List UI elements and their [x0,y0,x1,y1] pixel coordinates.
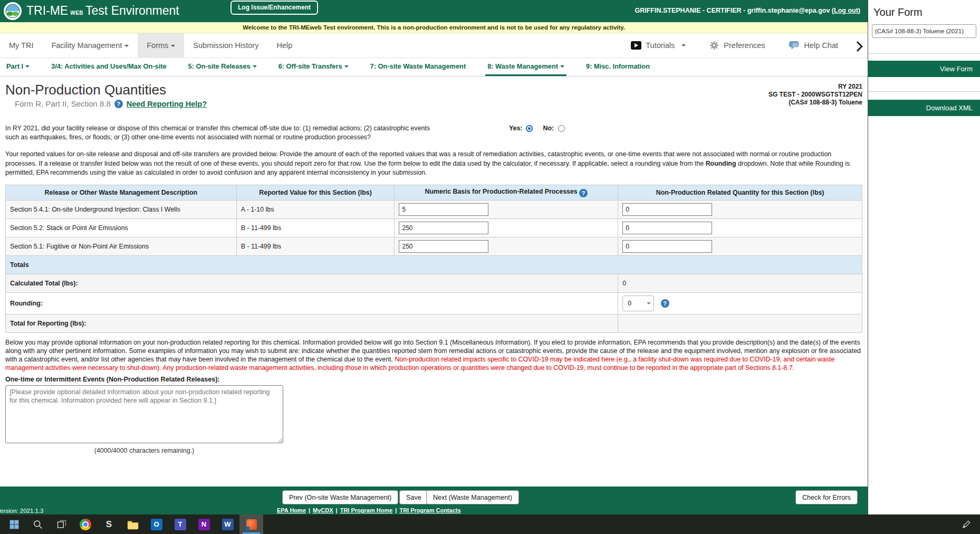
divider [868,53,980,54]
help-question-icon[interactable]: ? [579,189,588,197]
form-select[interactable]: (CAS# 108-88-3) Toluene (2021) [872,24,976,38]
chevron-down-icon [25,65,30,68]
start-icon[interactable] [2,514,26,534]
nav-submission-history[interactable]: Submission History [184,33,267,58]
view-form-button[interactable]: View Form [868,61,980,77]
mycdx-link[interactable]: MyCDX [313,507,333,513]
main-area: TRI-MEWEBTest Environment Log Issue/Enha… [0,0,868,514]
numeric-basis-input[interactable] [399,203,488,216]
table-row: Section 5.4.1: On-site Underground Injec… [6,200,862,218]
help-question-icon[interactable]: ? [114,100,123,108]
chrome-icon[interactable] [73,514,97,534]
totals-header-row: Totals [6,255,862,274]
total-for-reporting-label: Total for Reporting (lbs): [6,314,618,332]
app-window: TRI-MEWEBTest Environment Log Issue/Enha… [0,0,980,534]
numeric-basis-input[interactable] [399,240,488,253]
row-description: Section 5.4.1: On-site Underground Injec… [6,200,237,218]
optional-info-paragraph: Below you may provide optional informati… [5,338,861,373]
tri-program-contacts-link[interactable]: TRI Program Contacts [399,507,460,513]
reporting-year: RY 2021 [768,83,862,91]
chevron-down-icon [560,65,564,68]
tab-offsite-transfers[interactable]: 6: Off-site Transfers [278,58,349,76]
chat-bubble-icon [789,41,800,50]
yes-label: Yes: [509,125,523,132]
numeric-basis-input[interactable] [399,222,488,234]
help-question-icon[interactable]: ? [661,299,669,308]
tab-activities-uses[interactable]: 3/4: Activities and Uses/Max On-site [51,58,167,76]
onenote-icon[interactable]: N [192,514,216,534]
rounding-row: Rounding: 0 ? [6,292,862,314]
col-header-reported-value: Reported Value for this Section (lbs) [236,185,395,200]
yes-no-radio-group: Yes: No: [509,125,565,132]
row-description: Section 5.1: Fugitive or Non-Point Air E… [6,237,237,255]
nav-help-chat[interactable]: Help Chat [789,41,838,50]
need-reporting-help-link[interactable]: Need Reporting Help? [127,100,207,108]
main-navbar: My TRI Facility Management Forms Submiss… [0,33,868,58]
table-row: Section 5.1: Fugitive or Non-Point Air E… [6,237,862,255]
yes-radio[interactable] [526,125,533,132]
epa-home-link[interactable]: EPA Home [277,507,306,513]
nav-facility-management[interactable]: Facility Management [42,33,138,58]
row-reported-value: B - 11-499 lbs [236,237,395,255]
one-time-events-label: One-time or Intermittent Events (Non-Pro… [5,376,862,383]
windows-ink-icon[interactable] [956,514,977,534]
nav-help[interactable]: Help [267,33,301,58]
row-reported-value: A - 1-10 lbs [236,200,395,218]
nav-my-tri[interactable]: My TRI [0,33,42,58]
page-subtitle-row: Form R, Part II, Section 8.8 ? Need Repo… [15,99,862,108]
nav-tutorials[interactable]: Tutorials [631,41,686,50]
question-text: In RY 2021, did your facility release or… [5,124,434,142]
one-time-events-textarea[interactable]: [Please provide optional detailed inform… [5,385,283,443]
task-view-icon[interactable] [50,514,73,534]
prev-button[interactable]: Prev (On-site Waste Management) [282,490,398,504]
tab-waste-management[interactable]: 8: Waste Management [487,58,564,76]
page-title: Non-Production Quantities [5,82,862,98]
search-icon[interactable] [26,514,50,534]
save-button[interactable]: Save [399,490,428,504]
download-xml-button[interactable]: Download XML [868,100,980,116]
epa-logo-icon [3,2,22,21]
tri-program-home-link[interactable]: TRI Program Home [340,507,393,513]
nav-forms[interactable]: Forms [138,33,184,58]
version-text: Version: 2021.1.3 [0,508,44,514]
non-production-table: Release or Other Waste Management Descri… [5,185,862,333]
check-for-errors-button[interactable]: Check for Errors [795,490,858,504]
word-icon[interactable]: W [216,514,239,534]
bottom-action-bar: Prev (On-site Waste Management) Save Nex… [0,487,868,514]
non-production-qty-input[interactable] [622,222,712,234]
logout-link[interactable]: Log out [834,7,858,14]
tab-onsite-waste-management[interactable]: 7: On-site Waste Management [370,58,466,76]
chevron-down-icon [647,302,651,304]
teams-icon[interactable]: T [168,514,192,534]
col-header-numeric-basis: Numeric Basis for Production-Related Pro… [395,185,618,200]
outlook-icon[interactable]: O [145,514,168,534]
chevron-down-icon [171,45,175,47]
intro-paragraph: Your reported values for on-site release… [5,150,861,178]
sidebar-title: Your Form [873,6,980,18]
log-issue-button[interactable]: Log Issue/Enhancement [230,1,318,15]
app-name: TRI-ME [26,4,68,17]
one-time-events-question: In RY 2021, did your facility release or… [5,124,862,142]
rounding-select[interactable]: 0 [622,295,654,311]
chemical-name: (CAS# 108-88-3) Toluene [768,99,862,107]
footer-links: EPA Home|MyCDX|TRI Program Home|TRI Prog… [277,507,461,513]
nav-preferences[interactable]: Preferences [709,40,765,51]
user-name-text: GRIFFIN.STEPHANIE - CERTIFIER - griffin.… [635,7,830,14]
characters-remaining: (4000/4000 characters remaining.) [5,447,283,454]
next-button[interactable]: Next (Waste Management) [426,490,519,504]
form-section-tabs: Part I 3/4: Activities and Uses/Max On-s… [0,58,868,77]
active-app-icon[interactable] [239,514,263,534]
nav-expand-chevron-icon[interactable] [852,41,863,52]
page-content: RY 2021 SG TEST - 2000WSGTST12PEN (CAS# … [0,77,868,454]
non-production-qty-input[interactable] [622,240,712,253]
divider [868,91,980,92]
non-production-qty-input[interactable] [622,203,712,216]
no-radio[interactable] [558,125,565,132]
file-explorer-icon[interactable] [121,514,145,534]
tab-misc-information[interactable]: 9: Misc. Information [586,58,650,76]
chevron-down-icon [253,65,257,68]
video-tutorials-icon [631,41,641,50]
tab-part-1[interactable]: Part I [6,58,30,76]
skype-icon[interactable]: S [97,514,121,534]
tab-onsite-releases[interactable]: 5: On-site Releases [188,58,257,76]
